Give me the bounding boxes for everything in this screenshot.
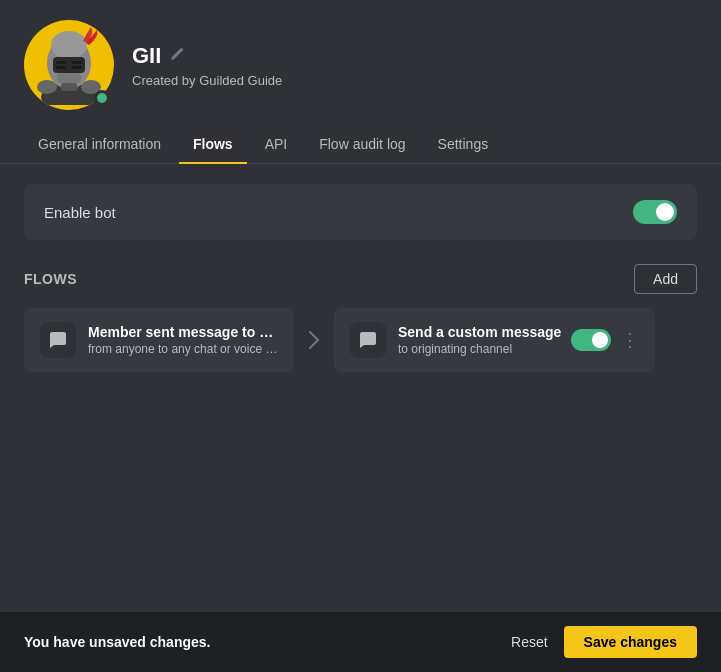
bottom-bar: You have unsaved changes. Reset Save cha… (0, 612, 721, 672)
flow-cards-row: Member sent message to channel from anyo… (24, 308, 697, 372)
svg-point-9 (37, 80, 57, 94)
flow-trigger-title: Member sent message to channel (88, 324, 278, 340)
add-flow-button[interactable]: Add (634, 264, 697, 294)
tab-api[interactable]: API (251, 126, 302, 164)
flow-action-text: Send a custom message to originating cha… (398, 324, 561, 356)
toggle-knob (656, 203, 674, 221)
reset-button[interactable]: Reset (511, 634, 548, 650)
tab-settings[interactable]: Settings (424, 126, 503, 164)
bottom-actions: Reset Save changes (511, 626, 697, 658)
bot-name-row: GII (132, 43, 282, 69)
flows-section-label: Flows (24, 271, 77, 287)
header-section: GII Created by Guilded Guide (0, 0, 721, 110)
flow-action-card[interactable]: Send a custom message to originating cha… (334, 308, 655, 372)
edit-icon[interactable] (169, 47, 187, 65)
flow-action-title: Send a custom message (398, 324, 561, 340)
enable-bot-row: Enable bot (24, 184, 697, 240)
bot-info: GII Created by Guilded Guide (132, 43, 282, 88)
flow-action-content: Send a custom message to originating cha… (350, 322, 561, 358)
bot-avatar-container (24, 20, 114, 110)
online-indicator (94, 90, 110, 106)
nav-tabs: General information Flows API Flow audit… (0, 126, 721, 164)
save-changes-button[interactable]: Save changes (564, 626, 697, 658)
svg-rect-4 (56, 61, 66, 64)
svg-rect-3 (53, 57, 85, 73)
main-content: Enable bot Flows Add Member sent message… (0, 164, 721, 392)
svg-rect-6 (56, 66, 66, 69)
svg-point-2 (51, 31, 87, 59)
flow-trigger-subtitle: from anyone to any chat or voice c... (88, 342, 278, 356)
svg-rect-7 (72, 66, 82, 69)
flow-trigger-text: Member sent message to channel from anyo… (88, 324, 278, 356)
bot-created-text: Created by Guilded Guide (132, 73, 282, 88)
arrow-right-icon (302, 328, 326, 352)
svg-rect-5 (72, 61, 82, 64)
flow-trigger-card[interactable]: Member sent message to channel from anyo… (24, 308, 294, 372)
unsaved-changes-text: You have unsaved changes. (24, 634, 210, 650)
enable-bot-toggle[interactable] (633, 200, 677, 224)
flows-header: Flows Add (24, 264, 697, 294)
tab-flows[interactable]: Flows (179, 126, 247, 164)
flow-action-toggle[interactable] (571, 329, 611, 351)
bot-name: GII (132, 43, 161, 69)
toggle-small-knob (592, 332, 608, 348)
flow-action-more-icon[interactable]: ⋮ (617, 325, 643, 355)
flow-action-icon (350, 322, 386, 358)
message-icon (48, 330, 68, 350)
flow-action-controls: ⋮ (571, 325, 643, 355)
tab-flow-audit-log[interactable]: Flow audit log (305, 126, 419, 164)
flow-connector-arrow (294, 328, 334, 352)
send-message-icon (358, 330, 378, 350)
tab-general[interactable]: General information (24, 126, 175, 164)
enable-bot-label: Enable bot (44, 204, 116, 221)
svg-rect-11 (61, 83, 77, 91)
flow-trigger-icon (40, 322, 76, 358)
svg-rect-8 (57, 73, 81, 83)
flow-action-subtitle: to originating channel (398, 342, 561, 356)
